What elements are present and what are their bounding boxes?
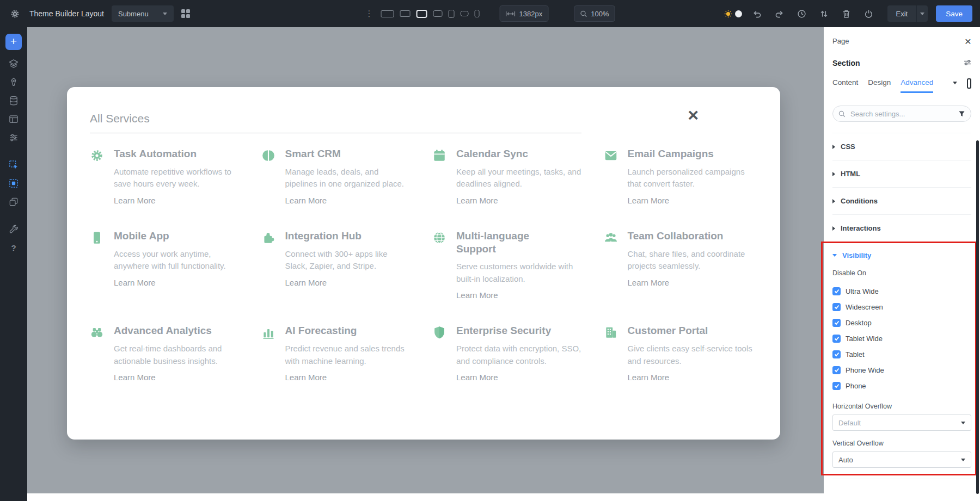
- checkbox-label: Widescreen: [846, 303, 883, 311]
- services-grid: Task Automation Automate repetitive work…: [90, 147, 755, 382]
- learn-more-link[interactable]: Learn More: [456, 196, 498, 205]
- save-button[interactable]: Save: [936, 5, 972, 22]
- accordion-visibility-expanded[interactable]: Visibility: [832, 242, 971, 268]
- panel-scrollbar-thumb[interactable]: [976, 140, 979, 494]
- visibility-option-widescreen[interactable]: Widescreen: [832, 299, 971, 315]
- submenu-dropdown[interactable]: Submenu: [112, 5, 174, 22]
- learn-more-link[interactable]: Learn More: [628, 196, 670, 205]
- checkbox-checked-icon[interactable]: [832, 303, 841, 311]
- checkbox-label: Ultra Wide: [846, 287, 879, 295]
- search-settings-input[interactable]: [849, 109, 954, 119]
- service-title: Calendar Sync: [456, 147, 572, 160]
- checkbox-label: Tablet Wide: [846, 335, 883, 343]
- power-icon[interactable]: [862, 7, 876, 21]
- canvas-width-input[interactable]: 1382px: [500, 5, 549, 22]
- chevron-down-icon: [961, 459, 965, 461]
- accordion-css[interactable]: CSS: [832, 133, 971, 160]
- learn-more-link[interactable]: Learn More: [285, 373, 327, 382]
- element-select-icon-active[interactable]: [4, 156, 23, 174]
- checkbox-checked-icon[interactable]: [832, 335, 841, 343]
- layers-structure-icon[interactable]: [4, 54, 23, 73]
- learn-more-link[interactable]: Learn More: [456, 290, 498, 300]
- service-description: Manage leads, deals, and pipelines in on…: [285, 166, 412, 190]
- tab-design[interactable]: Design: [868, 78, 891, 91]
- accordion-html[interactable]: HTML: [832, 160, 971, 188]
- checkbox-checked-icon[interactable]: [832, 382, 841, 390]
- trash-icon[interactable]: [840, 7, 854, 21]
- wireframe-toggle-button[interactable]: [967, 78, 971, 89]
- tabs-dropdown-caret[interactable]: [953, 82, 957, 84]
- accordion-interactions[interactable]: Interactions: [832, 215, 971, 242]
- wrench-icon[interactable]: [4, 220, 23, 238]
- breakpoint-tablet-wide-button[interactable]: [433, 10, 443, 17]
- duplicate-icon[interactable]: [4, 193, 23, 211]
- overflow-dots-icon[interactable]: ⋮: [365, 9, 374, 18]
- service-team-collaboration: Team Collaboration Chat, share files, an…: [604, 230, 756, 301]
- checkbox-checked-icon[interactable]: [832, 287, 841, 295]
- pen-nib-icon[interactable]: [4, 73, 23, 91]
- visibility-option-desktop[interactable]: Desktop: [832, 315, 971, 331]
- visibility-option-tablet-wide[interactable]: Tablet Wide: [832, 331, 971, 347]
- breakpoint-desktop-button-active[interactable]: [416, 10, 427, 18]
- visibility-option-phone[interactable]: Phone: [832, 378, 971, 394]
- service-title: Email Campaigns: [628, 147, 743, 160]
- exit-button[interactable]: Exit: [887, 5, 928, 22]
- service-title: Advanced Analytics: [114, 324, 229, 337]
- learn-more-link[interactable]: Learn More: [114, 196, 156, 205]
- section-settings-icon[interactable]: [964, 58, 971, 68]
- settings-sliders-icon[interactable]: [4, 128, 23, 147]
- filter-funnel-icon: [958, 110, 965, 117]
- visibility-option-phone-wide[interactable]: Phone Wide: [832, 362, 971, 378]
- parent-select-icon-active[interactable]: [4, 174, 23, 193]
- panel-close-button[interactable]: ×: [965, 35, 971, 47]
- redo-icon[interactable]: [773, 7, 787, 21]
- database-icon[interactable]: [4, 91, 23, 110]
- topbar-left-group: Theme Builder Layout Submenu: [8, 5, 190, 22]
- vertical-overflow-select[interactable]: Auto: [832, 451, 971, 468]
- templates-grid-icon[interactable]: [181, 9, 190, 18]
- learn-more-link[interactable]: Learn More: [285, 278, 327, 287]
- learn-more-link[interactable]: Learn More: [628, 278, 670, 287]
- search-icon: [838, 110, 846, 117]
- zoom-control[interactable]: 100%: [574, 5, 615, 22]
- popup-close-button[interactable]: ×: [688, 106, 699, 124]
- settings-gear-icon[interactable]: [8, 7, 22, 21]
- tab-content[interactable]: Content: [832, 78, 858, 91]
- service-calendar-sync: Calendar Sync Keep all your meetings, ta…: [432, 147, 584, 206]
- learn-more-link[interactable]: Learn More: [628, 373, 670, 382]
- breakpoint-phone-wide-button[interactable]: [461, 11, 469, 16]
- learn-more-link[interactable]: Learn More: [285, 196, 327, 205]
- checkbox-checked-icon[interactable]: [832, 366, 841, 374]
- sort-arrows-icon[interactable]: [817, 7, 831, 21]
- visibility-option-tablet[interactable]: Tablet: [832, 347, 971, 362]
- checkbox-checked-icon[interactable]: [832, 319, 841, 327]
- checkbox-checked-icon[interactable]: [832, 350, 841, 358]
- history-clock-icon[interactable]: [795, 7, 809, 21]
- search-settings-box[interactable]: [832, 106, 971, 122]
- help-icon[interactable]: ?: [4, 238, 23, 257]
- undo-icon[interactable]: [750, 7, 764, 21]
- next-accordion-divider: [832, 479, 971, 485]
- horizontal-overflow-select[interactable]: Default: [832, 415, 971, 431]
- breakpoint-tablet-button[interactable]: [449, 10, 455, 18]
- service-customer-portal: Customer Portal Give clients easy self-s…: [604, 324, 756, 382]
- theme-mode-toggle[interactable]: [724, 10, 742, 18]
- breakpoint-ultra-wide-button[interactable]: [381, 10, 394, 17]
- learn-more-link[interactable]: Learn More: [114, 373, 156, 382]
- accordion-conditions[interactable]: Conditions: [832, 188, 971, 215]
- learn-more-link[interactable]: Learn More: [456, 373, 498, 382]
- width-arrows-icon: [506, 11, 516, 17]
- service-body: Enterprise Security Protect data with en…: [456, 324, 583, 382]
- service-body: Smart CRM Manage leads, deals, and pipel…: [285, 147, 412, 206]
- visibility-option-ultra-wide[interactable]: Ultra Wide: [832, 283, 971, 299]
- template-layout-icon[interactable]: [4, 110, 23, 128]
- breakpoint-widescreen-button[interactable]: [400, 10, 411, 17]
- tab-advanced-active[interactable]: Advanced: [901, 78, 933, 93]
- add-element-button[interactable]: +: [5, 34, 22, 50]
- learn-more-link[interactable]: Learn More: [114, 278, 156, 287]
- exit-label[interactable]: Exit: [887, 5, 917, 22]
- breakpoint-phone-button[interactable]: [475, 10, 480, 17]
- service-title: AI Forecasting: [285, 324, 401, 337]
- exit-dropdown-caret[interactable]: [916, 5, 928, 22]
- panel-header: Page ×: [832, 36, 971, 46]
